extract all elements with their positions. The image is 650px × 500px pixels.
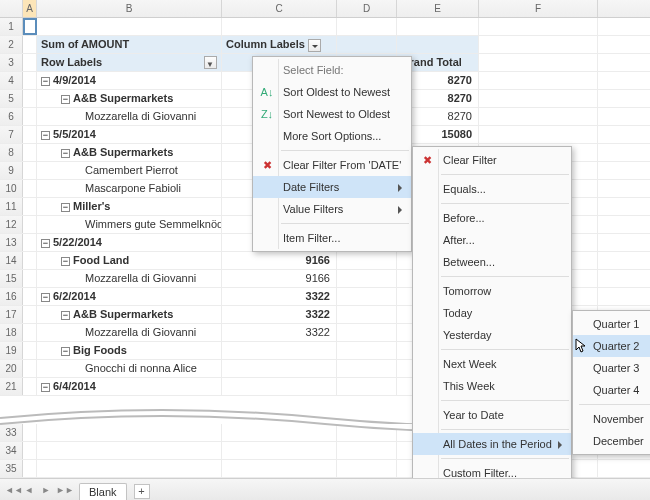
product-row[interactable]: Camembert Pierrot — [37, 162, 222, 179]
value-cell[interactable]: 3322 — [222, 288, 337, 305]
row-head[interactable]: 16 — [0, 288, 23, 305]
menu-more-sort[interactable]: More Sort Options... — [253, 125, 411, 147]
value-cell[interactable]: 3322 — [222, 324, 337, 341]
add-sheet-button[interactable]: + — [134, 484, 150, 499]
col-F[interactable]: F — [479, 0, 598, 17]
collapse-icon[interactable]: − — [41, 293, 50, 302]
menu-all-dates-period[interactable]: All Dates in the Period — [413, 433, 571, 455]
menu-next-week[interactable]: Next Week — [413, 353, 571, 375]
product-row[interactable]: Wimmers gute Semmelknödel — [37, 216, 222, 233]
menu-november[interactable]: November — [573, 408, 650, 430]
row-head[interactable]: 20 — [0, 360, 23, 377]
collapse-icon[interactable]: − — [61, 257, 70, 266]
menu-yesterday[interactable]: Yesterday — [413, 324, 571, 346]
menu-december[interactable]: December — [573, 430, 650, 452]
col-E[interactable]: E — [397, 0, 479, 17]
menu-clear-filter-2[interactable]: ✖Clear Filter — [413, 149, 571, 171]
collapse-icon[interactable]: − — [61, 149, 70, 158]
value-cell[interactable]: 9166 — [222, 252, 337, 269]
row-head[interactable]: 2 — [0, 36, 23, 53]
menu-before[interactable]: Before... — [413, 207, 571, 229]
menu-equals[interactable]: Equals... — [413, 178, 571, 200]
menu-value-filters[interactable]: Value Filters — [253, 198, 411, 220]
row-head[interactable]: 5 — [0, 90, 23, 107]
store-row[interactable]: −A&B Supermarkets — [37, 306, 222, 323]
row-head[interactable]: 17 — [0, 306, 23, 323]
row-head[interactable]: 18 — [0, 324, 23, 341]
col-C[interactable]: C — [222, 0, 337, 17]
value-cell[interactable]: 3322 — [222, 306, 337, 323]
row-head[interactable]: 10 — [0, 180, 23, 197]
product-row[interactable]: Mascarpone Fabioli — [37, 180, 222, 197]
row-head[interactable]: 35 — [0, 460, 23, 477]
col-B[interactable]: B — [37, 0, 222, 17]
menu-quarter-3[interactable]: Quarter 3 — [573, 357, 650, 379]
row-head[interactable]: 14 — [0, 252, 23, 269]
product-row[interactable]: Gnocchi di nonna Alice — [37, 360, 222, 377]
row-head[interactable]: 21 — [0, 378, 23, 395]
row-head[interactable]: 1 — [0, 18, 23, 35]
collapse-icon[interactable]: − — [61, 203, 70, 212]
value-cell[interactable]: 9166 — [222, 270, 337, 287]
sheet-tab-blank[interactable]: Blank — [79, 483, 127, 500]
filter-icon[interactable] — [204, 56, 217, 69]
menu-year-to-date[interactable]: Year to Date — [413, 404, 571, 426]
row-head[interactable]: 12 — [0, 216, 23, 233]
nav-first-icon[interactable]: ◄◄ — [5, 485, 19, 495]
store-row[interactable]: −Big Foods — [37, 342, 222, 359]
nav-prev-icon[interactable]: ◄ — [22, 485, 36, 495]
row-head[interactable]: 33 — [0, 424, 23, 441]
collapse-icon[interactable]: − — [41, 131, 50, 140]
menu-item-filter[interactable]: Item Filter... — [253, 227, 411, 249]
menu-date-filters[interactable]: Date Filters — [253, 176, 411, 198]
row-head[interactable]: 15 — [0, 270, 23, 287]
date-row[interactable]: −4/9/2014 — [37, 72, 222, 89]
store-row[interactable]: −A&B Supermarkets — [37, 144, 222, 161]
row-head[interactable]: 34 — [0, 442, 23, 459]
row-head[interactable]: 4 — [0, 72, 23, 89]
row-head[interactable]: 3 — [0, 54, 23, 71]
store-row[interactable]: −Food Land — [37, 252, 222, 269]
collapse-icon[interactable]: − — [41, 77, 50, 86]
menu-between[interactable]: Between... — [413, 251, 571, 273]
menu-sort-newest[interactable]: Z↓Sort Newest to Oldest — [253, 103, 411, 125]
row-head[interactable]: 6 — [0, 108, 23, 125]
date-row[interactable]: −5/5/2014 — [37, 126, 222, 143]
collapse-icon[interactable]: − — [41, 239, 50, 248]
product-row[interactable]: Mozzarella di Giovanni — [37, 270, 222, 287]
menu-today[interactable]: Today — [413, 302, 571, 324]
menu-after[interactable]: After... — [413, 229, 571, 251]
row-labels-cell[interactable]: Row Labels — [37, 54, 222, 71]
row-head[interactable]: 13 — [0, 234, 23, 251]
menu-quarter-1[interactable]: Quarter 1 — [573, 313, 650, 335]
collapse-icon[interactable]: − — [41, 383, 50, 392]
column-labels-cell[interactable]: Column Labels — [222, 36, 337, 53]
col-D[interactable]: D — [337, 0, 397, 17]
menu-this-week[interactable]: This Week — [413, 375, 571, 397]
menu-quarter-4[interactable]: Quarter 4 — [573, 379, 650, 401]
date-row[interactable]: −6/4/2014 — [37, 378, 222, 395]
menu-clear-filter[interactable]: ✖Clear Filter From 'DATE' — [253, 154, 411, 176]
sum-label[interactable]: Sum of AMOUNT — [37, 36, 222, 53]
row-head[interactable]: 9 — [0, 162, 23, 179]
dropdown-icon[interactable] — [308, 39, 321, 52]
col-A[interactable]: A — [23, 0, 37, 17]
nav-last-icon[interactable]: ►► — [56, 485, 70, 495]
menu-tomorrow[interactable]: Tomorrow — [413, 280, 571, 302]
product-row[interactable]: Mozzarella di Giovanni — [37, 108, 222, 125]
product-row[interactable]: Mozzarella di Giovanni — [37, 324, 222, 341]
row-head[interactable]: 7 — [0, 126, 23, 143]
row-head[interactable]: 8 — [0, 144, 23, 161]
collapse-icon[interactable]: − — [61, 347, 70, 356]
collapse-icon[interactable]: − — [61, 95, 70, 104]
store-row[interactable]: −A&B Supermarkets — [37, 90, 222, 107]
select-all-corner[interactable] — [0, 0, 23, 17]
active-cell[interactable] — [23, 18, 37, 35]
row-head[interactable]: 19 — [0, 342, 23, 359]
store-row[interactable]: −Miller's — [37, 198, 222, 215]
collapse-icon[interactable]: − — [61, 311, 70, 320]
nav-next-icon[interactable]: ► — [39, 485, 53, 495]
menu-sort-oldest[interactable]: A↓Sort Oldest to Newest — [253, 81, 411, 103]
row-head[interactable]: 11 — [0, 198, 23, 215]
date-row[interactable]: −6/2/2014 — [37, 288, 222, 305]
